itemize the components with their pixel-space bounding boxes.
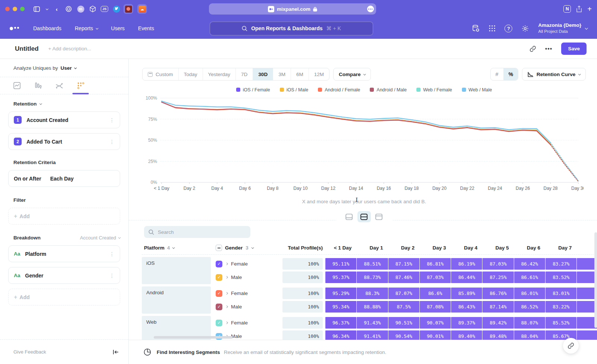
retention-value-cell[interactable]: 90.51% bbox=[388, 317, 419, 329]
add-filter-button[interactable]: +Add bbox=[8, 208, 120, 225]
retention-value-cell[interactable]: 89.42% bbox=[482, 317, 513, 329]
retention-value-cell[interactable]: 96.37% bbox=[325, 317, 356, 329]
platform-cell[interactable]: Android bbox=[142, 286, 211, 314]
tabs-chevron-icon[interactable] bbox=[44, 4, 50, 14]
extension-ring-icon[interactable] bbox=[64, 4, 74, 14]
day-header[interactable]: Day 6 bbox=[514, 245, 545, 251]
retention-criteria-card[interactable]: On or After Each Day bbox=[8, 170, 120, 187]
platform-column-header[interactable]: Platform 4 bbox=[142, 245, 211, 251]
horizontal-scrollbar[interactable] bbox=[154, 336, 233, 339]
extension-bird-icon[interactable] bbox=[112, 4, 121, 14]
retention-value-cell[interactable]: 95.11% bbox=[325, 258, 356, 270]
legend-item[interactable]: iOS / Female bbox=[236, 87, 270, 92]
nav-item-users[interactable]: Users bbox=[111, 25, 125, 31]
day-header[interactable]: Day 5 bbox=[482, 245, 513, 251]
kebab-menu-icon[interactable]: ⋮ bbox=[109, 273, 115, 279]
extension-m-icon[interactable]: m bbox=[76, 4, 85, 14]
retention-value-cell[interactable]: 86.6% bbox=[420, 288, 451, 299]
minimize-window-icon[interactable] bbox=[13, 7, 17, 11]
day-header[interactable]: < 1 Day bbox=[325, 245, 356, 251]
copy-link-icon[interactable] bbox=[529, 46, 536, 52]
series-checkbox[interactable]: ✓ bbox=[216, 320, 222, 326]
retention-value-cell[interactable]: 86.01% bbox=[514, 288, 545, 299]
legend-item[interactable]: Web / Female bbox=[416, 87, 452, 92]
global-search[interactable]: Open Reports & Dashboards ⌘ + K bbox=[210, 22, 373, 35]
back-icon[interactable]: ‹ bbox=[52, 4, 62, 14]
view-chart-button[interactable] bbox=[343, 211, 356, 222]
retention-chart[interactable]: 0%25%50%75%100%< 1 DayDay 2Day 4Day 6Day… bbox=[142, 94, 584, 196]
retention-value-cell[interactable]: 83.01% bbox=[546, 288, 576, 299]
extension-soundcloud-icon[interactable]: ☁ bbox=[137, 4, 147, 14]
retention-value-cell[interactable]: 90.54% bbox=[388, 330, 419, 340]
retention-value-cell[interactable]: 86.42% bbox=[514, 258, 545, 270]
retention-value-cell[interactable]: 95.34% bbox=[325, 301, 356, 313]
url-actions-icon[interactable]: ••• bbox=[367, 6, 374, 12]
series-checkbox[interactable]: ✓ bbox=[216, 290, 222, 297]
data-management-icon[interactable] bbox=[472, 24, 480, 32]
range-12m[interactable]: 12M bbox=[309, 68, 329, 80]
share-icon[interactable] bbox=[576, 6, 582, 12]
window-controls[interactable] bbox=[5, 7, 25, 11]
nav-item-events[interactable]: Events bbox=[138, 25, 154, 31]
new-tab-icon[interactable]: + bbox=[587, 5, 592, 13]
breakdown-card-platform[interactable]: AaPlatform⋮ bbox=[8, 245, 120, 262]
retention-value-cell[interactable]: 85.89% bbox=[451, 288, 482, 299]
table-search-input[interactable]: Search bbox=[144, 226, 250, 238]
retention-value-cell[interactable]: 87.03% bbox=[482, 258, 513, 270]
step-card-added-to-cart[interactable]: 2Added To Cart⋮ bbox=[8, 133, 120, 150]
day-header[interactable]: Day 3 bbox=[420, 245, 451, 251]
retention-value-cell[interactable]: 86.19% bbox=[451, 258, 482, 270]
tab-funnels[interactable] bbox=[32, 79, 44, 92]
legend-item[interactable]: Android / Male bbox=[370, 87, 407, 92]
percent-mode-button[interactable]: % bbox=[504, 68, 518, 80]
range-3m[interactable]: 3M bbox=[273, 68, 291, 80]
breakdown-scope-dropdown[interactable]: Account Created bbox=[80, 235, 120, 241]
retention-value-cell[interactable]: 88.51% bbox=[357, 258, 388, 270]
gender-cell[interactable]: ✓Male bbox=[216, 304, 282, 310]
more-actions-icon[interactable]: ••• bbox=[545, 46, 553, 52]
retention-value-cell[interactable]: 88.73% bbox=[357, 272, 388, 283]
legend-item[interactable]: Web / Male bbox=[462, 87, 492, 92]
retention-value-cell[interactable]: 90.07% bbox=[420, 317, 451, 329]
retention-value-cell[interactable]: 91.41% bbox=[357, 330, 388, 340]
tab-retention[interactable] bbox=[75, 79, 86, 92]
add-description[interactable]: + Add description... bbox=[48, 46, 91, 51]
range-yesterday[interactable]: Yesterday bbox=[203, 68, 236, 80]
settings-gear-icon[interactable] bbox=[521, 25, 529, 32]
view-table-button[interactable] bbox=[372, 211, 386, 222]
extension-cube-icon[interactable] bbox=[88, 4, 97, 14]
retention-value-cell[interactable]: 83.22% bbox=[546, 301, 576, 313]
retention-value-cell[interactable]: 91.43% bbox=[357, 317, 388, 329]
gender-cell[interactable]: ✓Female bbox=[216, 290, 282, 297]
retention-value-cell[interactable]: 88.88% bbox=[357, 301, 388, 313]
range-today[interactable]: Today bbox=[179, 68, 203, 80]
gender-cell[interactable]: ✓Male bbox=[216, 274, 282, 281]
retention-value-cell[interactable]: 86.52% bbox=[514, 301, 545, 313]
help-icon[interactable]: ? bbox=[504, 25, 512, 32]
retention-value-cell[interactable]: 86.81% bbox=[420, 258, 451, 270]
step-card-account-created[interactable]: 1Account Created⋮ bbox=[8, 112, 120, 128]
retention-value-cell[interactable]: 86.43% bbox=[451, 301, 482, 313]
chart-type-dropdown[interactable]: Retention Curve bbox=[522, 68, 586, 81]
extension-paprika-icon[interactable] bbox=[124, 4, 133, 14]
retention-value-cell[interactable]: 95.29% bbox=[325, 288, 356, 299]
save-button[interactable]: Save bbox=[561, 43, 587, 55]
platform-cell[interactable]: iOS bbox=[142, 257, 211, 284]
kebab-menu-icon[interactable]: ⋮ bbox=[109, 251, 115, 257]
series-checkbox[interactable]: ✓ bbox=[216, 304, 222, 310]
view-split-button[interactable] bbox=[357, 211, 371, 222]
add-breakdown-button[interactable]: +Add bbox=[8, 289, 120, 305]
retention-value-cell[interactable]: 89.40% bbox=[451, 330, 482, 340]
retention-section-label[interactable]: Retention bbox=[13, 101, 120, 107]
expand-row-icon[interactable] bbox=[225, 321, 228, 324]
apps-grid-icon[interactable] bbox=[489, 25, 496, 32]
url-bar[interactable]: mixpanel.com ••• bbox=[209, 3, 376, 15]
breakdown-card-gender[interactable]: AaGender⋮ bbox=[8, 267, 120, 284]
gender-cell[interactable]: ✓Female bbox=[216, 320, 282, 326]
retention-value-cell[interactable]: 85.52% bbox=[546, 317, 576, 329]
retention-value-cell[interactable]: 87.5% bbox=[388, 301, 419, 313]
total-profiles-header[interactable]: Total Profile(s) bbox=[282, 245, 323, 251]
range-7d[interactable]: 7D bbox=[236, 68, 253, 80]
tab-insights[interactable] bbox=[11, 79, 22, 92]
kebab-menu-icon[interactable]: ⋮ bbox=[109, 117, 115, 123]
